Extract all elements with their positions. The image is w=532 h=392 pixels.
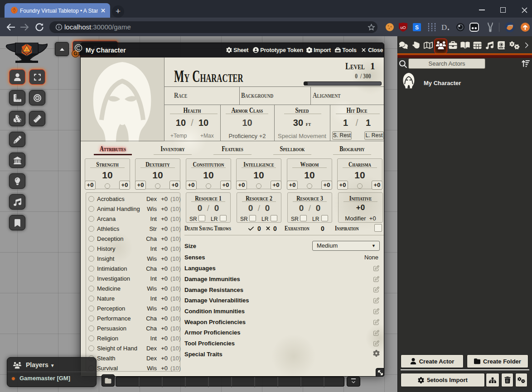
svg-text:D: D <box>441 23 447 32</box>
svg-text:uO: uO <box>400 25 406 30</box>
svg-text:S: S <box>415 24 419 31</box>
